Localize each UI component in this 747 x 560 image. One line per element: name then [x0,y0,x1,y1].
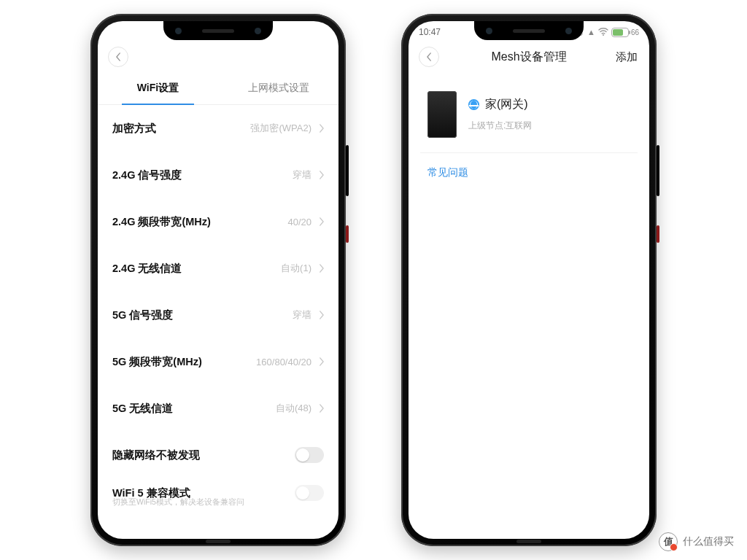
add-button[interactable]: 添加 [616,50,638,64]
battery-indicator: 66 [611,28,639,37]
signal-icon: ▲ [587,28,595,36]
back-button[interactable] [108,47,128,67]
faq-link[interactable]: 常见问题 [427,166,630,179]
row-label: 5G 信号强度 [112,308,173,322]
row-value: 强加密(WPA2) [250,122,311,135]
wifi-icon [598,28,608,37]
page-title: Mesh设备管理 [409,50,649,65]
settings-list: 加密方式 强加密(WPA2) 2.4G 信号强度 穿墙 2.4G 频段带宽(MH… [98,105,338,512]
device-subtitle: 上级节点:互联网 [468,120,630,132]
row-label: 加密方式 [112,122,156,136]
watermark-badge-icon: 值 [659,532,678,551]
watermark: 值 什么值得买 [659,532,734,551]
row-subtext: 切换至WiFi5模式，解决老设备兼容问 [112,497,324,512]
screen-right: 10:47 ᛒ ▲ 66 Mesh设备管理 [409,21,649,539]
row-value: 自动(1) [281,262,311,275]
row-label: 2.4G 无线信道 [112,262,182,276]
mesh-device-card[interactable]: 家(网关) 上级节点:互联网 [420,78,638,153]
chevron-left-icon [116,52,121,61]
watermark-text: 什么值得买 [683,535,734,548]
row-5g-channel[interactable]: 5G 无线信道 自动(48) [112,385,324,432]
row-encryption[interactable]: 加密方式 强加密(WPA2) [112,105,324,152]
row-value: 160/80/40/20 [256,357,311,368]
row-value: 40/20 [287,217,311,228]
status-time: 10:47 [419,27,441,37]
row-24g-bandwidth[interactable]: 2.4G 频段带宽(MHz) 40/20 [112,198,324,245]
row-value: 自动(48) [276,402,311,415]
battery-percent: 66 [631,28,639,36]
chevron-right-icon [319,264,324,273]
chevron-right-icon [319,404,324,413]
row-5g-signal[interactable]: 5G 信号强度 穿墙 [112,292,324,338]
row-5g-bandwidth[interactable]: 5G 频段带宽(MHz) 160/80/40/20 [112,338,324,385]
chevron-right-icon [319,217,324,226]
tab-internet-mode[interactable]: 上网模式设置 [218,72,338,104]
chevron-right-icon [319,124,324,133]
row-24g-signal[interactable]: 2.4G 信号强度 穿墙 [112,152,324,198]
chevron-right-icon [319,171,324,179]
nav-bar: Mesh设备管理 添加 [409,42,649,72]
toggle-hide-network[interactable] [295,447,324,463]
row-value: 穿墙 [293,168,311,182]
toggle-wifi5-compat[interactable] [295,485,324,501]
nav-bar [98,42,338,72]
chevron-left-icon [427,52,432,61]
phone-left: WiFi设置 上网模式设置 加密方式 强加密(WPA2) 2.4G 信号强度 穿… [90,14,346,546]
back-button[interactable] [419,47,439,67]
chevron-right-icon [319,357,324,366]
row-label: 隐藏网络不被发现 [112,448,200,462]
router-icon [427,91,457,138]
row-label: 2.4G 信号强度 [112,168,182,182]
row-label: 2.4G 频段带宽(MHz) [112,215,211,229]
tabs: WiFi设置 上网模式设置 [98,72,338,105]
chevron-right-icon [319,311,324,319]
svg-point-0 [603,34,604,36]
row-value: 穿墙 [293,308,311,322]
row-label: 5G 无线信道 [112,402,173,416]
row-label: 5G 频段带宽(MHz) [112,355,202,369]
tab-wifi[interactable]: WiFi设置 [98,72,218,104]
phone-right: 10:47 ᛒ ▲ 66 Mesh设备管理 [401,14,657,546]
row-hide-network[interactable]: 隐藏网络不被发现 [112,432,324,478]
screen-left: WiFi设置 上网模式设置 加密方式 强加密(WPA2) 2.4G 信号强度 穿… [98,21,338,539]
row-24g-channel[interactable]: 2.4G 无线信道 自动(1) [112,245,324,292]
device-name: 家(网关) [485,97,528,112]
globe-icon [468,99,479,110]
